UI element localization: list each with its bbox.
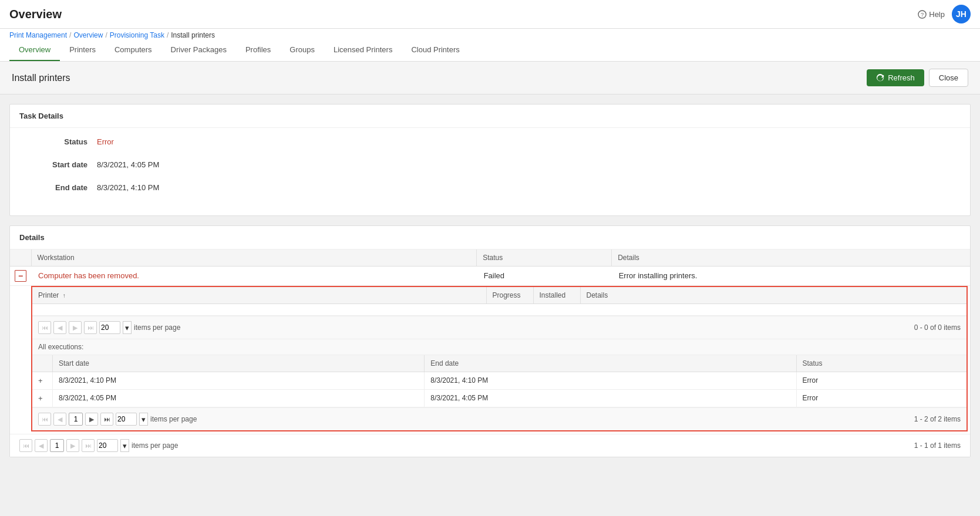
help-link[interactable]: ? Help	[918, 10, 945, 19]
breadcrumb-overview[interactable]: Overview	[73, 31, 103, 39]
exec-prev-page-btn[interactable]: ◀	[53, 413, 66, 426]
inner-items-per-page-label: items per page	[134, 323, 180, 332]
exec-items-per-page-label: items per page	[150, 415, 197, 423]
help-label: Help	[929, 10, 945, 19]
inner-empty-cell	[32, 304, 966, 316]
status-value: Error	[97, 137, 114, 146]
exec-end-1: 8/3/2021, 4:10 PM	[425, 372, 796, 390]
details-card-header: Details	[10, 226, 970, 249]
exec-last-page-btn[interactable]: ⏭	[100, 413, 113, 426]
outer-prev-page-btn[interactable]: ◀	[35, 439, 48, 452]
end-date-row: End date 8/3/2021, 4:10 PM	[29, 183, 951, 192]
tab-driver-packages[interactable]: Driver Packages	[161, 39, 236, 61]
exec-col-status: Status	[796, 355, 966, 372]
exec-expand-cell-1: +	[32, 372, 53, 390]
tab-computers[interactable]: Computers	[105, 39, 161, 61]
app-title: Overview	[9, 8, 62, 21]
printer-col-label: Printer	[38, 291, 59, 299]
start-date-value: 8/3/2021, 4:05 PM	[97, 160, 159, 169]
exec-table-header: Start date End date Status	[32, 355, 966, 372]
outer-page-input[interactable]	[50, 439, 64, 452]
outer-items-per-page-label: items per page	[132, 441, 178, 450]
exec-end-2: 8/3/2021, 4:05 PM	[425, 390, 796, 407]
outer-first-page-btn[interactable]: ⏮	[19, 439, 32, 452]
inner-per-page-input[interactable]	[99, 321, 120, 334]
col-status: Status	[477, 249, 612, 267]
avatar[interactable]: JH	[952, 5, 971, 23]
start-date-row: Start date 8/3/2021, 4:05 PM	[29, 160, 951, 169]
tab-licensed-printers[interactable]: Licensed Printers	[324, 39, 402, 61]
inner-empty-row	[32, 304, 966, 316]
start-date-label: Start date	[29, 160, 87, 169]
collapse-button[interactable]: −	[15, 270, 26, 282]
exec-pagination: ⏮ ◀ ▶ ⏭ ▾ items per page 1 - 2 of 2 item…	[32, 407, 966, 430]
details-table-header: Workstation Status Details	[10, 249, 970, 267]
top-bar-right: ? Help JH	[918, 5, 971, 23]
outer-last-page-btn[interactable]: ⏭	[82, 439, 95, 452]
status-label: Status	[29, 137, 87, 146]
outer-per-page-input[interactable]	[97, 439, 118, 452]
exec-per-page-input[interactable]	[116, 413, 137, 426]
refresh-icon	[876, 74, 884, 82]
outer-next-page-btn[interactable]: ▶	[66, 439, 79, 452]
page-title: Install printers	[12, 73, 70, 83]
inner-first-page-btn[interactable]: ⏮	[38, 321, 51, 334]
end-date-label: End date	[29, 183, 87, 192]
workstation-value: Computer has been removed.	[38, 271, 139, 280]
exec-next-page-btn[interactable]: ▶	[85, 413, 98, 426]
sort-arrow-icon: ↑	[63, 292, 66, 299]
breadcrumb-provisioning-task[interactable]: Provisioning Task	[110, 31, 164, 39]
col-details: Details	[612, 249, 970, 267]
breadcrumb-sep-2: /	[105, 31, 107, 39]
inner-prev-page-btn[interactable]: ◀	[53, 321, 66, 334]
refresh-label: Refresh	[888, 73, 915, 82]
exec-expand-btn-2[interactable]: +	[38, 394, 46, 403]
refresh-button[interactable]: Refresh	[867, 69, 924, 86]
outer-per-page-arrow[interactable]: ▾	[120, 439, 129, 452]
exec-expand-btn-1[interactable]: +	[38, 376, 46, 385]
end-date-value: 8/3/2021, 4:10 PM	[97, 183, 159, 192]
breadcrumb-print-management[interactable]: Print Management	[9, 31, 67, 39]
details-table-wrap: Workstation Status Details − Computer ha…	[10, 249, 970, 286]
task-details-header: Task Details	[10, 104, 970, 128]
tab-groups[interactable]: Groups	[280, 39, 324, 61]
inner-per-page-arrow[interactable]: ▾	[123, 321, 132, 334]
exec-status-2: Error	[796, 390, 966, 407]
task-details-card: Task Details Status Error Start date 8/3…	[9, 104, 971, 216]
exec-col-start: Start date	[53, 355, 425, 372]
main-content: Task Details Status Error Start date 8/3…	[0, 95, 980, 516]
tab-cloud-printers[interactable]: Cloud Printers	[402, 39, 469, 61]
inner-pagination-info: 0 - 0 of 0 items	[914, 323, 961, 332]
exec-row-1: + 8/3/2021, 4:10 PM 8/3/2021, 4:10 PM Er…	[32, 372, 966, 390]
tab-printers[interactable]: Printers	[60, 39, 105, 61]
executions-table: Start date End date Status + 8/3/2021, 4…	[32, 355, 966, 407]
all-executions-label: All executions:	[32, 339, 966, 355]
exec-first-page-btn[interactable]: ⏮	[38, 413, 51, 426]
svg-text:?: ?	[921, 12, 924, 18]
row-details-cell: Error installing printers.	[612, 267, 970, 286]
exec-start-1: 8/3/2021, 4:10 PM	[53, 372, 425, 390]
page-header-actions: Refresh Close	[867, 69, 968, 87]
task-details-body: Status Error Start date 8/3/2021, 4:05 P…	[10, 128, 970, 215]
exec-expand-cell-2: +	[32, 390, 53, 407]
inner-last-page-btn[interactable]: ⏭	[84, 321, 97, 334]
status-cell: Failed	[477, 267, 612, 286]
breadcrumb-sep-3: /	[167, 31, 169, 39]
close-button[interactable]: Close	[929, 69, 968, 87]
inner-col-details: Details	[580, 287, 966, 304]
inner-col-progress: Progress	[486, 287, 533, 304]
inner-next-page-btn[interactable]: ▶	[69, 321, 82, 334]
help-icon: ?	[918, 10, 927, 19]
page-header: Install printers Refresh Close	[0, 62, 980, 95]
breadcrumb-sep-1: /	[69, 31, 71, 39]
tab-profiles[interactable]: Profiles	[236, 39, 280, 61]
breadcrumb: Print Management / Overview / Provisioni…	[0, 29, 980, 39]
inner-table-header: Printer ↑ Progress Installed Details	[32, 287, 966, 304]
exec-per-page-arrow[interactable]: ▾	[139, 413, 148, 426]
col-workstation: Workstation	[31, 249, 477, 267]
exec-expand-col	[32, 355, 53, 372]
exec-page-input[interactable]	[69, 413, 83, 426]
inner-col-installed: Installed	[533, 287, 580, 304]
inner-table-container: Printer ↑ Progress Installed Details	[31, 286, 968, 431]
tab-overview[interactable]: Overview	[9, 39, 60, 61]
